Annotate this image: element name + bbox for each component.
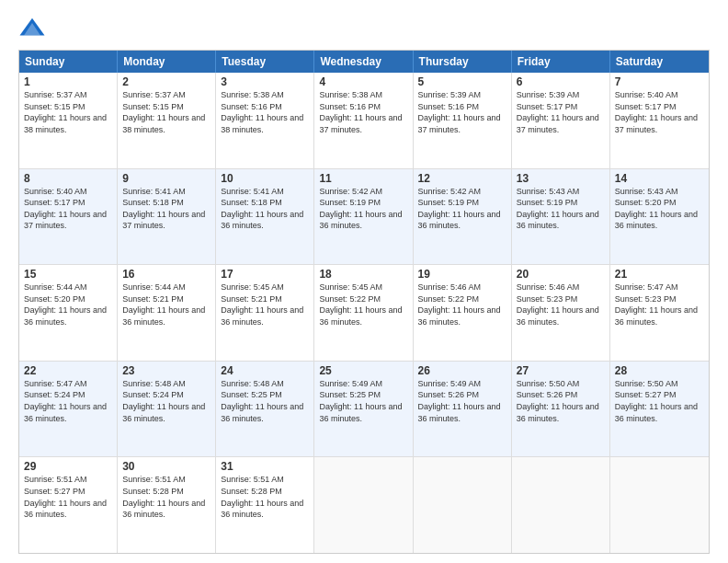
header-day-sunday: Sunday [19, 51, 118, 73]
day-number: 4 [319, 75, 407, 88]
logo [18, 15, 50, 42]
day-info: Sunrise: 5:42 AM Sunset: 5:19 PM Dayligh… [418, 186, 506, 232]
day-info: Sunrise: 5:46 AM Sunset: 5:23 PM Dayligh… [517, 282, 605, 327]
day-info: Sunrise: 5:37 AM Sunset: 5:15 PM Dayligh… [122, 89, 210, 135]
day-number: 1 [24, 75, 112, 88]
calendar-row-0: 1Sunrise: 5:37 AM Sunset: 5:15 PM Daylig… [19, 73, 709, 168]
header [18, 15, 710, 42]
day-info: Sunrise: 5:47 AM Sunset: 5:23 PM Dayligh… [615, 282, 704, 327]
day-info: Sunrise: 5:46 AM Sunset: 5:22 PM Dayligh… [418, 282, 506, 327]
day-number: 11 [319, 172, 407, 185]
header-day-friday: Friday [512, 51, 610, 73]
calendar-cell: 5Sunrise: 5:39 AM Sunset: 5:16 PM Daylig… [414, 73, 512, 168]
calendar-cell: 9Sunrise: 5:41 AM Sunset: 5:18 PM Daylig… [118, 169, 216, 265]
day-number: 12 [418, 172, 506, 185]
calendar-row-2: 15Sunrise: 5:44 AM Sunset: 5:20 PM Dayli… [19, 264, 709, 361]
day-number: 17 [221, 268, 309, 281]
day-info: Sunrise: 5:45 AM Sunset: 5:22 PM Dayligh… [319, 282, 407, 327]
header-day-monday: Monday [118, 51, 216, 73]
day-number: 21 [615, 268, 704, 281]
calendar-cell: 3Sunrise: 5:38 AM Sunset: 5:16 PM Daylig… [216, 73, 314, 168]
day-info: Sunrise: 5:45 AM Sunset: 5:21 PM Dayligh… [221, 282, 309, 327]
day-info: Sunrise: 5:44 AM Sunset: 5:20 PM Dayligh… [24, 282, 112, 327]
day-number: 25 [319, 364, 407, 377]
day-info: Sunrise: 5:51 AM Sunset: 5:28 PM Dayligh… [122, 474, 210, 520]
header-day-saturday: Saturday [610, 51, 709, 73]
calendar-cell: 15Sunrise: 5:44 AM Sunset: 5:20 PM Dayli… [19, 265, 118, 361]
calendar-cell: 14Sunrise: 5:43 AM Sunset: 5:20 PM Dayli… [610, 169, 709, 265]
calendar-cell: 24Sunrise: 5:48 AM Sunset: 5:25 PM Dayli… [216, 362, 314, 457]
day-number: 29 [24, 460, 112, 473]
calendar-cell: 29Sunrise: 5:51 AM Sunset: 5:27 PM Dayli… [19, 457, 118, 553]
calendar-cell: 13Sunrise: 5:43 AM Sunset: 5:19 PM Dayli… [512, 169, 610, 265]
day-info: Sunrise: 5:48 AM Sunset: 5:25 PM Dayligh… [221, 378, 309, 424]
day-number: 16 [122, 268, 210, 281]
calendar-cell [414, 457, 512, 553]
day-info: Sunrise: 5:40 AM Sunset: 5:17 PM Dayligh… [615, 89, 704, 135]
day-info: Sunrise: 5:49 AM Sunset: 5:25 PM Dayligh… [319, 378, 407, 424]
day-number: 2 [122, 75, 210, 88]
calendar-cell: 31Sunrise: 5:51 AM Sunset: 5:28 PM Dayli… [216, 457, 314, 553]
day-number: 28 [615, 364, 704, 377]
day-info: Sunrise: 5:49 AM Sunset: 5:26 PM Dayligh… [418, 378, 506, 424]
day-number: 26 [418, 364, 506, 377]
calendar-row-3: 22Sunrise: 5:47 AM Sunset: 5:24 PM Dayli… [19, 361, 709, 457]
calendar-cell: 23Sunrise: 5:48 AM Sunset: 5:24 PM Dayli… [118, 362, 216, 457]
day-number: 7 [615, 75, 704, 88]
day-info: Sunrise: 5:41 AM Sunset: 5:18 PM Dayligh… [122, 186, 210, 232]
calendar-header: SundayMondayTuesdayWednesdayThursdayFrid… [19, 51, 709, 73]
header-day-thursday: Thursday [414, 51, 512, 73]
day-number: 15 [24, 268, 112, 281]
logo-icon [18, 15, 46, 42]
day-info: Sunrise: 5:51 AM Sunset: 5:28 PM Dayligh… [221, 474, 309, 520]
day-number: 19 [418, 268, 506, 281]
calendar-cell: 22Sunrise: 5:47 AM Sunset: 5:24 PM Dayli… [19, 362, 118, 457]
calendar-cell: 2Sunrise: 5:37 AM Sunset: 5:15 PM Daylig… [118, 73, 216, 168]
calendar-cell: 1Sunrise: 5:37 AM Sunset: 5:15 PM Daylig… [19, 73, 118, 168]
day-number: 13 [517, 172, 605, 185]
calendar-cell: 16Sunrise: 5:44 AM Sunset: 5:21 PM Dayli… [118, 265, 216, 361]
day-number: 23 [122, 364, 210, 377]
day-number: 18 [319, 268, 407, 281]
day-number: 3 [221, 75, 309, 88]
day-number: 20 [517, 268, 605, 281]
calendar-cell: 28Sunrise: 5:50 AM Sunset: 5:27 PM Dayli… [610, 362, 709, 457]
page: SundayMondayTuesdayWednesdayThursdayFrid… [0, 0, 728, 563]
day-info: Sunrise: 5:47 AM Sunset: 5:24 PM Dayligh… [24, 378, 112, 424]
calendar-cell: 20Sunrise: 5:46 AM Sunset: 5:23 PM Dayli… [512, 265, 610, 361]
day-number: 14 [615, 172, 704, 185]
day-info: Sunrise: 5:38 AM Sunset: 5:16 PM Dayligh… [221, 89, 309, 135]
day-info: Sunrise: 5:48 AM Sunset: 5:24 PM Dayligh… [122, 378, 210, 424]
day-info: Sunrise: 5:50 AM Sunset: 5:26 PM Dayligh… [517, 378, 605, 424]
calendar-cell: 27Sunrise: 5:50 AM Sunset: 5:26 PM Dayli… [512, 362, 610, 457]
day-number: 9 [122, 172, 210, 185]
calendar-cell: 30Sunrise: 5:51 AM Sunset: 5:28 PM Dayli… [118, 457, 216, 553]
day-info: Sunrise: 5:50 AM Sunset: 5:27 PM Dayligh… [615, 378, 704, 424]
day-number: 6 [517, 75, 605, 88]
day-info: Sunrise: 5:40 AM Sunset: 5:17 PM Dayligh… [24, 186, 112, 232]
calendar-cell: 4Sunrise: 5:38 AM Sunset: 5:16 PM Daylig… [314, 73, 413, 168]
calendar-cell: 6Sunrise: 5:39 AM Sunset: 5:17 PM Daylig… [512, 73, 610, 168]
day-number: 30 [122, 460, 210, 473]
header-day-wednesday: Wednesday [314, 51, 413, 73]
calendar-cell [610, 457, 709, 553]
calendar: SundayMondayTuesdayWednesdayThursdayFrid… [18, 50, 710, 554]
header-day-tuesday: Tuesday [216, 51, 314, 73]
day-info: Sunrise: 5:41 AM Sunset: 5:18 PM Dayligh… [221, 186, 309, 232]
calendar-cell: 8Sunrise: 5:40 AM Sunset: 5:17 PM Daylig… [19, 169, 118, 265]
calendar-cell: 25Sunrise: 5:49 AM Sunset: 5:25 PM Dayli… [314, 362, 413, 457]
calendar-row-1: 8Sunrise: 5:40 AM Sunset: 5:17 PM Daylig… [19, 168, 709, 265]
day-info: Sunrise: 5:39 AM Sunset: 5:16 PM Dayligh… [418, 89, 506, 135]
calendar-cell: 17Sunrise: 5:45 AM Sunset: 5:21 PM Dayli… [216, 265, 314, 361]
calendar-cell: 19Sunrise: 5:46 AM Sunset: 5:22 PM Dayli… [414, 265, 512, 361]
day-info: Sunrise: 5:44 AM Sunset: 5:21 PM Dayligh… [122, 282, 210, 327]
day-number: 22 [24, 364, 112, 377]
day-info: Sunrise: 5:38 AM Sunset: 5:16 PM Dayligh… [319, 89, 407, 135]
calendar-cell: 18Sunrise: 5:45 AM Sunset: 5:22 PM Dayli… [314, 265, 413, 361]
day-info: Sunrise: 5:37 AM Sunset: 5:15 PM Dayligh… [24, 89, 112, 135]
day-info: Sunrise: 5:43 AM Sunset: 5:20 PM Dayligh… [615, 186, 704, 232]
day-number: 10 [221, 172, 309, 185]
calendar-body: 1Sunrise: 5:37 AM Sunset: 5:15 PM Daylig… [19, 73, 709, 553]
calendar-cell: 10Sunrise: 5:41 AM Sunset: 5:18 PM Dayli… [216, 169, 314, 265]
calendar-cell: 12Sunrise: 5:42 AM Sunset: 5:19 PM Dayli… [414, 169, 512, 265]
